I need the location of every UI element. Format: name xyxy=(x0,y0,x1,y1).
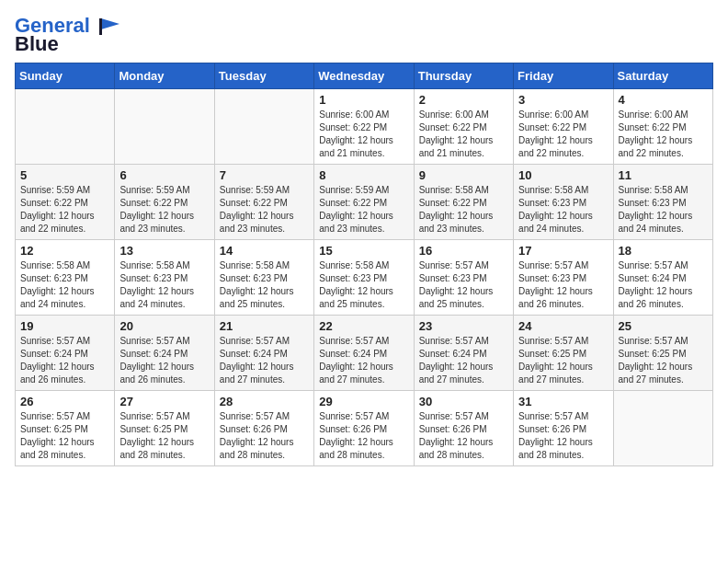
calendar-cell: 3Sunrise: 6:00 AM Sunset: 6:22 PM Daylig… xyxy=(514,89,613,165)
weekday-header-wednesday: Wednesday xyxy=(314,63,414,89)
day-number: 5 xyxy=(20,168,109,182)
calendar-cell: 1Sunrise: 6:00 AM Sunset: 6:22 PM Daylig… xyxy=(314,89,414,165)
weekday-header-sunday: Sunday xyxy=(16,63,115,89)
cell-info: Sunrise: 5:59 AM Sunset: 6:22 PM Dayligh… xyxy=(20,184,109,236)
day-number: 18 xyxy=(619,244,708,258)
cell-info: Sunrise: 5:57 AM Sunset: 6:26 PM Dayligh… xyxy=(319,410,408,462)
calendar-cell: 14Sunrise: 5:58 AM Sunset: 6:23 PM Dayli… xyxy=(214,240,313,316)
day-number: 29 xyxy=(319,395,408,408)
cell-info: Sunrise: 5:57 AM Sunset: 6:25 PM Dayligh… xyxy=(119,410,209,462)
logo-flag-icon xyxy=(97,17,123,37)
calendar-cell xyxy=(115,89,214,165)
calendar-cell: 31Sunrise: 5:57 AM Sunset: 6:26 PM Dayli… xyxy=(514,391,613,466)
day-number: 30 xyxy=(419,395,508,408)
cell-info: Sunrise: 5:58 AM Sunset: 6:23 PM Dayligh… xyxy=(119,259,209,311)
day-number: 27 xyxy=(119,395,209,408)
cell-info: Sunrise: 5:57 AM Sunset: 6:25 PM Dayligh… xyxy=(518,335,608,386)
calendar-cell: 29Sunrise: 5:57 AM Sunset: 6:26 PM Dayli… xyxy=(314,391,414,466)
calendar-week-row: 1Sunrise: 6:00 AM Sunset: 6:22 PM Daylig… xyxy=(16,89,713,165)
cell-info: Sunrise: 6:00 AM Sunset: 6:22 PM Dayligh… xyxy=(319,109,408,160)
svg-rect-1 xyxy=(99,18,102,35)
day-number: 26 xyxy=(20,395,109,408)
cell-info: Sunrise: 5:57 AM Sunset: 6:24 PM Dayligh… xyxy=(419,335,508,386)
calendar-cell: 8Sunrise: 5:59 AM Sunset: 6:22 PM Daylig… xyxy=(314,165,414,240)
calendar-cell: 7Sunrise: 5:59 AM Sunset: 6:22 PM Daylig… xyxy=(214,165,313,240)
day-number: 31 xyxy=(518,395,608,408)
day-number: 1 xyxy=(319,93,408,107)
cell-info: Sunrise: 6:00 AM Sunset: 6:22 PM Dayligh… xyxy=(419,109,508,160)
calendar-cell: 30Sunrise: 5:57 AM Sunset: 6:26 PM Dayli… xyxy=(414,391,513,466)
calendar-cell: 27Sunrise: 5:57 AM Sunset: 6:25 PM Dayli… xyxy=(115,391,214,466)
weekday-header-tuesday: Tuesday xyxy=(214,63,313,89)
calendar-cell: 12Sunrise: 5:58 AM Sunset: 6:23 PM Dayli… xyxy=(16,240,115,316)
day-number: 15 xyxy=(319,244,408,258)
calendar-cell: 6Sunrise: 5:59 AM Sunset: 6:22 PM Daylig… xyxy=(115,165,214,240)
calendar-cell: 5Sunrise: 5:59 AM Sunset: 6:22 PM Daylig… xyxy=(16,165,115,240)
cell-info: Sunrise: 5:57 AM Sunset: 6:24 PM Dayligh… xyxy=(119,335,209,386)
calendar-week-row: 26Sunrise: 5:57 AM Sunset: 6:25 PM Dayli… xyxy=(16,391,713,466)
day-number: 12 xyxy=(20,244,109,258)
calendar-table: SundayMondayTuesdayWednesdayThursdayFrid… xyxy=(15,63,713,466)
cell-info: Sunrise: 5:58 AM Sunset: 6:23 PM Dayligh… xyxy=(619,184,708,236)
day-number: 22 xyxy=(319,319,408,333)
weekday-header-saturday: Saturday xyxy=(613,63,712,89)
day-number: 20 xyxy=(119,319,209,333)
calendar-week-row: 12Sunrise: 5:58 AM Sunset: 6:23 PM Dayli… xyxy=(16,240,713,316)
cell-info: Sunrise: 5:57 AM Sunset: 6:26 PM Dayligh… xyxy=(220,410,309,462)
calendar-cell: 28Sunrise: 5:57 AM Sunset: 6:26 PM Dayli… xyxy=(214,391,313,466)
calendar-cell: 4Sunrise: 6:00 AM Sunset: 6:22 PM Daylig… xyxy=(613,89,712,165)
day-number: 13 xyxy=(119,244,209,258)
day-number: 9 xyxy=(419,168,508,182)
day-number: 28 xyxy=(220,395,309,408)
cell-info: Sunrise: 5:58 AM Sunset: 6:23 PM Dayligh… xyxy=(518,184,608,236)
calendar-cell: 11Sunrise: 5:58 AM Sunset: 6:23 PM Dayli… xyxy=(613,165,712,240)
calendar-cell: 18Sunrise: 5:57 AM Sunset: 6:24 PM Dayli… xyxy=(613,240,712,316)
calendar-cell xyxy=(214,89,313,165)
calendar-cell: 26Sunrise: 5:57 AM Sunset: 6:25 PM Dayli… xyxy=(16,391,115,466)
calendar-cell: 24Sunrise: 5:57 AM Sunset: 6:25 PM Dayli… xyxy=(514,316,613,391)
calendar-cell xyxy=(613,391,712,466)
calendar-cell: 15Sunrise: 5:58 AM Sunset: 6:23 PM Dayli… xyxy=(314,240,414,316)
day-number: 25 xyxy=(619,319,708,333)
calendar-cell: 19Sunrise: 5:57 AM Sunset: 6:24 PM Dayli… xyxy=(16,316,115,391)
cell-info: Sunrise: 5:58 AM Sunset: 6:22 PM Dayligh… xyxy=(419,184,508,236)
cell-info: Sunrise: 5:57 AM Sunset: 6:25 PM Dayligh… xyxy=(619,335,708,386)
day-number: 14 xyxy=(220,244,309,258)
cell-info: Sunrise: 5:57 AM Sunset: 6:25 PM Dayligh… xyxy=(20,410,109,462)
calendar-cell: 23Sunrise: 5:57 AM Sunset: 6:24 PM Dayli… xyxy=(414,316,513,391)
calendar-week-row: 5Sunrise: 5:59 AM Sunset: 6:22 PM Daylig… xyxy=(16,165,713,240)
cell-info: Sunrise: 6:00 AM Sunset: 6:22 PM Dayligh… xyxy=(518,109,608,160)
cell-info: Sunrise: 5:58 AM Sunset: 6:23 PM Dayligh… xyxy=(319,259,408,311)
cell-info: Sunrise: 5:57 AM Sunset: 6:26 PM Dayligh… xyxy=(419,410,508,462)
calendar-cell: 17Sunrise: 5:57 AM Sunset: 6:23 PM Dayli… xyxy=(514,240,613,316)
day-number: 3 xyxy=(518,93,608,107)
day-number: 7 xyxy=(220,168,309,182)
day-number: 4 xyxy=(619,93,708,107)
cell-info: Sunrise: 5:59 AM Sunset: 6:22 PM Dayligh… xyxy=(220,184,309,236)
day-number: 17 xyxy=(518,244,608,258)
cell-info: Sunrise: 5:57 AM Sunset: 6:24 PM Dayligh… xyxy=(220,335,309,386)
page-header: General Blue xyxy=(15,15,713,55)
day-number: 24 xyxy=(518,319,608,333)
logo: General Blue xyxy=(15,15,123,55)
calendar-cell: 10Sunrise: 5:58 AM Sunset: 6:23 PM Dayli… xyxy=(514,165,613,240)
cell-info: Sunrise: 5:57 AM Sunset: 6:24 PM Dayligh… xyxy=(319,335,408,386)
weekday-header-thursday: Thursday xyxy=(414,63,513,89)
day-number: 6 xyxy=(119,168,209,182)
cell-info: Sunrise: 5:58 AM Sunset: 6:23 PM Dayligh… xyxy=(20,259,109,311)
calendar-cell: 2Sunrise: 6:00 AM Sunset: 6:22 PM Daylig… xyxy=(414,89,513,165)
cell-info: Sunrise: 5:57 AM Sunset: 6:24 PM Dayligh… xyxy=(619,259,708,311)
day-number: 10 xyxy=(518,168,608,182)
day-number: 19 xyxy=(20,319,109,333)
day-number: 23 xyxy=(419,319,508,333)
cell-info: Sunrise: 5:57 AM Sunset: 6:23 PM Dayligh… xyxy=(419,259,508,311)
cell-info: Sunrise: 5:59 AM Sunset: 6:22 PM Dayligh… xyxy=(119,184,209,236)
day-number: 11 xyxy=(619,168,708,182)
cell-info: Sunrise: 5:57 AM Sunset: 6:23 PM Dayligh… xyxy=(518,259,608,311)
calendar-header-row: SundayMondayTuesdayWednesdayThursdayFrid… xyxy=(16,63,713,89)
calendar-cell: 20Sunrise: 5:57 AM Sunset: 6:24 PM Dayli… xyxy=(115,316,214,391)
weekday-header-monday: Monday xyxy=(115,63,214,89)
calendar-week-row: 19Sunrise: 5:57 AM Sunset: 6:24 PM Dayli… xyxy=(16,316,713,391)
day-number: 21 xyxy=(220,319,309,333)
calendar-cell: 22Sunrise: 5:57 AM Sunset: 6:24 PM Dayli… xyxy=(314,316,414,391)
